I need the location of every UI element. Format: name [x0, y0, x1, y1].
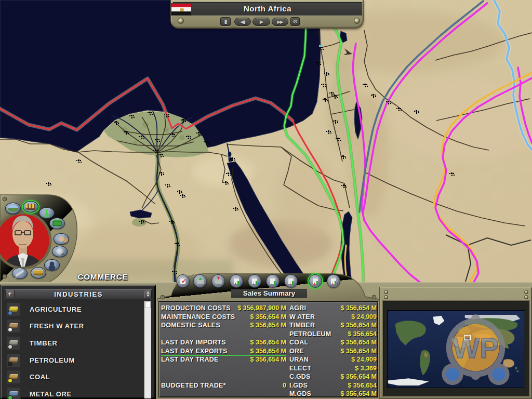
department-button[interactable] [5, 203, 21, 214]
industry-label: TIMBER [30, 339, 57, 347]
sales-row: I.GDS $ 356,654 [289, 381, 377, 390]
industry-icon [7, 319, 21, 333]
sales-row-value: $ 356,654 M [250, 356, 287, 363]
sales-row-value: $ 356,654 M [250, 322, 287, 329]
sales-row [161, 373, 286, 381]
department-button[interactable] [31, 267, 46, 278]
screw-icon [372, 295, 376, 299]
industry-icon [7, 302, 21, 316]
report-button[interactable] [230, 274, 243, 288]
sales-row-label: C.GDS [289, 373, 311, 380]
sales-row-label: ELECT [289, 365, 311, 372]
sales-panel: Sales Summary PRODUCTION COSTS $ 356,987… [157, 273, 379, 399]
industry-row[interactable]: METAL ORE [5, 385, 142, 399]
report-button[interactable] [211, 274, 225, 288]
sales-row: BUDGETED TRADE* 0 [161, 381, 286, 390]
department-button[interactable] [12, 268, 28, 279]
chevron-down-icon [147, 295, 150, 297]
industry-label: PETROLEUM [30, 356, 75, 364]
add-industry-button[interactable]: + [5, 290, 15, 298]
sales-row-value: $ 356,654 M [341, 390, 377, 397]
time-control-button[interactable]: ⊘ [290, 17, 300, 26]
sales-title: Sales Summary [231, 289, 307, 298]
sales-row: TIMBER $ 356,654 M [289, 321, 377, 330]
screw-icon [161, 295, 165, 299]
industry-row[interactable]: COAL [5, 368, 142, 385]
time-control-button[interactable]: ▶ [252, 18, 270, 26]
sales-row-value: $ 356,654 M [341, 322, 377, 329]
industry-label: METAL ORE [30, 390, 72, 398]
sales-row [161, 364, 286, 373]
sales-row-label: M.GDS [289, 390, 311, 397]
sales-row-value: $ 356,654 [348, 382, 377, 389]
department-button[interactable] [52, 246, 68, 257]
region-title: North Africa [173, 2, 362, 16]
industries-panel: INDUSTRIES + AGRICULTURE FRESH W ATER [0, 285, 156, 399]
sales-row-label: TIMBER [289, 322, 315, 329]
sales-row: AGRI $ 356,654 M [289, 304, 377, 313]
sales-row: LAST DAY IMPORTS $ 356,654 M [161, 338, 286, 347]
department-button[interactable] [39, 207, 55, 219]
sales-row: PETROLEUM $ 356,654 [289, 330, 377, 339]
sales-row-label: COAL [289, 339, 308, 346]
department-button[interactable] [23, 201, 38, 212]
sales-row-label: PETROLEUM [289, 330, 331, 338]
rivet-icon [354, 18, 360, 24]
sales-left-column: PRODUCTION COSTS $ 356,987,900 M MAINTEN… [161, 304, 286, 390]
game-screen: North Africa ▮ ◀▮ ▶ ▶▶ ⊘ [0, 0, 532, 399]
department-button[interactable] [44, 259, 60, 271]
sales-row-value: $ 3,369 [355, 365, 377, 372]
department-button[interactable] [54, 233, 69, 245]
sales-table: PRODUCTION COSTS $ 356,987,900 M MAINTEN… [158, 301, 378, 397]
egypt-flag-icon [171, 3, 192, 16]
wp-logo-text: WP [453, 332, 499, 364]
time-control-button[interactable]: ▶▶ [272, 18, 288, 26]
sales-row-label: MAINTENANCE COSTS [161, 313, 235, 321]
sales-row-value: 0 [283, 382, 286, 389]
department-button[interactable] [49, 218, 65, 229]
world-minimap[interactable]: WP [387, 310, 525, 388]
sales-row-label: ORE [289, 348, 304, 355]
sales-row-value: $ 24,909 [351, 313, 377, 321]
sales-row-label: DOMESTIC SALES [161, 322, 220, 329]
industry-row[interactable]: PETROLEUM [5, 352, 142, 369]
sales-row: M.GDS $ 356,654 M [289, 390, 377, 398]
rivet-icon [524, 290, 528, 294]
report-button[interactable] [327, 274, 340, 288]
report-button[interactable] [284, 274, 298, 288]
sales-row-value: $ 356,654 M [341, 348, 377, 355]
industries-scrollbar[interactable] [144, 301, 151, 398]
sales-row: MAINTENANCE COSTS $ 356,654 M [161, 313, 286, 322]
sales-row-label: LAST DAY EXPORTS [161, 348, 228, 355]
screw-icon [3, 197, 7, 201]
sales-row: COAL $ 356,654 M [289, 338, 377, 347]
sales-row: ORE $ 356,654 M [289, 347, 377, 356]
scrollbar-thumb[interactable] [145, 301, 151, 308]
report-button[interactable] [193, 274, 207, 288]
sales-row: ELECT $ 3,369 [289, 364, 377, 373]
scroll-spinner[interactable] [144, 290, 152, 298]
report-button[interactable] [266, 274, 280, 288]
rivet-icon [384, 290, 388, 294]
report-button[interactable] [309, 274, 322, 288]
sales-row: URAN $ 24,909 [289, 355, 377, 364]
industry-label: FRESH W ATER [30, 322, 84, 330]
industry-row[interactable]: FRESH W ATER [5, 318, 142, 335]
sales-row: DOMESTIC SALES $ 356,654 M [161, 321, 286, 330]
sales-row-label: URAN [289, 356, 309, 363]
industry-row[interactable]: AGRICULTURE [5, 301, 142, 318]
sales-row-value: $ 356,654 M [250, 339, 287, 346]
sales-row-label: LAST DAY TRADE [161, 356, 218, 363]
screw-icon [3, 274, 7, 278]
industry-row[interactable]: TIMBER [5, 335, 142, 352]
report-button[interactable] [176, 274, 190, 288]
top-bar: North Africa ▮ ◀▮ ▶ ▶▶ ⊘ [170, 0, 364, 29]
sales-row-value: $ 356,654 M [341, 339, 377, 346]
time-control-button[interactable]: ▮ [220, 17, 231, 26]
sales-row [161, 330, 286, 339]
report-button[interactable] [248, 274, 261, 288]
rivet-icon [384, 295, 388, 299]
industry-icon [7, 353, 21, 367]
sales-row: LAST DAY EXPORTS $ 356,654 M [161, 347, 286, 356]
time-control-button[interactable]: ◀▮ [234, 18, 251, 26]
